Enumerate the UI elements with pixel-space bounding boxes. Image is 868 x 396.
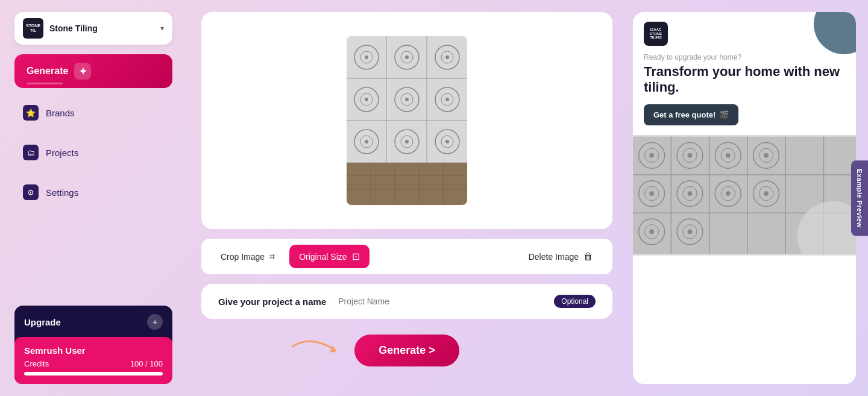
generate-button[interactable]: Generate ✦ [14,54,172,88]
main-content: Crop Image ⌗ Original Size ⊡ Delete Imag… [187,0,627,396]
svg-point-79 [688,229,693,234]
brand-logo: STONETIL [23,18,43,39]
sparkle-icon: ✦ [74,63,91,80]
project-name-panel: Give your project a name Optional [201,284,612,319]
settings-icon: ⚙ [23,184,39,200]
generate-main-label: Generate > [379,344,435,357]
preview-image-area [633,135,856,256]
original-size-label: Original Size [299,252,347,262]
crop-icon: ⌗ [269,251,275,262]
svg-point-14 [445,55,449,59]
credits-bar [24,372,163,376]
project-name-label: Give your project a name [218,297,326,307]
credits-fill [24,372,163,376]
credits-label: Credits [24,359,49,368]
svg-point-26 [365,140,368,143]
svg-point-52 [649,153,654,158]
svg-point-55 [688,153,693,158]
preview-logo: ISAACSTONETILING [644,22,668,46]
user-card: Semrush User Credits 100 / 100 [14,337,172,384]
preview-header: ISAACSTONETILING Ready to upgrade your h… [633,12,856,135]
svg-point-20 [405,98,409,101]
brand-name: Stone Tiling [49,24,154,33]
svg-point-11 [405,55,409,59]
delete-image-button[interactable]: Delete Image 🗑 [519,245,603,268]
sidebar-item-settings[interactable]: ⚙ Settings [14,177,172,207]
generate-bottom-section: Generate > [201,328,612,372]
arrow-decoration [286,328,359,365]
chevron-down-icon: ▾ [160,24,164,33]
example-preview-label: Example Preview [856,169,863,227]
sidebar-item-brands-label: Brands [46,108,75,118]
preview-logo-row: ISAACSTONETILING [644,22,845,46]
tile-image [347,36,467,205]
upgrade-header: Upgrade + [24,314,163,330]
trash-icon: 🗑 [583,251,593,262]
generate-label: Generate [27,66,68,77]
image-toolbar: Crop Image ⌗ Original Size ⊡ Delete Imag… [201,239,612,274]
svg-point-32 [445,140,449,143]
preview-title: Transform your home with new tiling. [644,64,845,96]
brand-selector[interactable]: STONETIL Stone Tiling ▾ [14,12,172,45]
brands-icon: ⭐ [23,105,39,121]
svg-point-58 [726,153,731,158]
upgrade-title: Upgrade [24,317,61,327]
example-preview-tab: Example Preview [851,160,868,236]
projects-icon: 🗂 [23,145,39,160]
cta-icon: 🎬 [719,110,729,119]
user-name: Semrush User [24,345,163,356]
preview-cta-label: Get a free quote! [653,110,715,119]
svg-point-8 [365,55,368,59]
svg-rect-35 [347,184,467,184]
sidebar: STONETIL Stone Tiling ▾ Generate ✦ ⭐ Bra… [0,0,187,396]
project-name-input-wrap: Optional [338,296,596,307]
svg-point-29 [405,140,409,143]
preview-panel: Example Preview ISAACSTONETILING Ready t… [627,0,868,396]
delete-image-label: Delete Image [529,252,579,262]
crop-image-label: Crop Image [221,252,265,262]
svg-point-17 [365,98,368,101]
svg-point-23 [445,98,449,101]
optional-badge: Optional [554,295,596,308]
credits-row: Credits 100 / 100 [24,359,163,368]
upgrade-plus-icon[interactable]: + [147,314,163,330]
svg-point-61 [764,153,769,158]
svg-point-76 [649,229,654,234]
svg-rect-34 [347,175,467,176]
preview-cta-button[interactable]: Get a free quote! 🎬 [644,104,738,125]
upgrade-card: Upgrade + Semrush User Credits 100 / 100 [14,306,172,384]
generate-main-button[interactable]: Generate > [354,335,459,366]
svg-point-67 [688,191,693,196]
original-size-button[interactable]: Original Size ⊡ [289,245,369,268]
svg-point-73 [764,191,769,196]
preview-subtitle: Ready to upgrade your home? [644,53,845,61]
svg-point-70 [726,191,731,196]
svg-point-64 [649,191,654,196]
preview-card: ISAACSTONETILING Ready to upgrade your h… [633,12,856,384]
credits-value: 100 / 100 [130,359,163,368]
resize-icon: ⊡ [352,251,360,262]
sidebar-item-settings-label: Settings [46,187,78,198]
preview-tile-image [633,135,856,256]
image-container [347,36,467,205]
crop-image-button[interactable]: Crop Image ⌗ [211,245,285,268]
sidebar-item-projects[interactable]: 🗂 Projects [14,137,172,168]
sidebar-item-brands[interactable]: ⭐ Brands [14,98,172,128]
image-panel [201,12,612,229]
sidebar-item-projects-label: Projects [46,148,78,158]
